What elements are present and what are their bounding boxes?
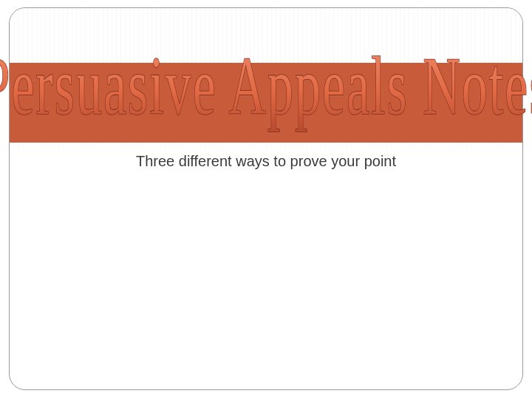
slide-frame: Three different ways to prove your point xyxy=(9,7,523,390)
slide-subtitle: Three different ways to prove your point xyxy=(10,153,522,170)
title-band xyxy=(10,63,522,143)
slide: Three different ways to prove your point… xyxy=(0,0,532,399)
